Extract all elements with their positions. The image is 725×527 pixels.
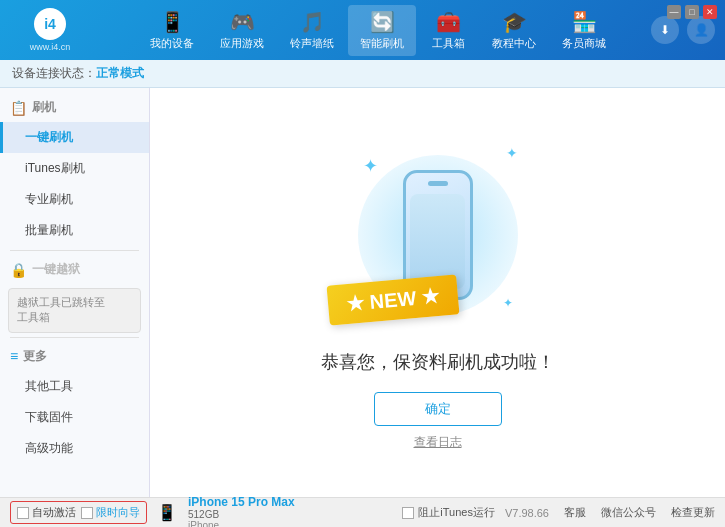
- more-section-icon: ≡: [10, 348, 18, 364]
- sidebar-item-itunes[interactable]: iTunes刷机: [0, 153, 149, 184]
- ringtone-nav-icon: 🎵: [300, 10, 325, 34]
- my-device-nav-label: 我的设备: [150, 36, 194, 51]
- sidebar-item-one-click[interactable]: 一键刷机: [0, 122, 149, 153]
- smart-flash-nav-icon: 🔄: [370, 10, 395, 34]
- device-type: iPhone: [188, 520, 295, 528]
- device-storage: 512GB: [188, 509, 295, 520]
- device-icon: 📱: [157, 503, 177, 522]
- confirm-button[interactable]: 确定: [374, 392, 502, 426]
- sparkle-bottom-right: ✦: [503, 296, 513, 310]
- nav-item-apps[interactable]: 🎮应用游戏: [208, 5, 276, 56]
- version-text: V7.98.66: [505, 507, 549, 519]
- flash-section-label: 刷机: [32, 99, 56, 116]
- nav-item-store[interactable]: 🏪务员商城: [550, 5, 618, 56]
- tutorial-nav-icon: 🎓: [502, 10, 527, 34]
- content-area: ✦ ✦ ✦ ★ NEW ★ 恭喜您，保资料刷机成功啦！ 确定 查看日志: [150, 88, 725, 497]
- time-guide-checkbox[interactable]: [81, 507, 93, 519]
- time-guide-label[interactable]: 限时向导: [81, 505, 140, 520]
- close-button[interactable]: ✕: [703, 5, 717, 19]
- auto-activate-checkbox[interactable]: [17, 507, 29, 519]
- my-device-nav-icon: 📱: [160, 10, 185, 34]
- success-message: 恭喜您，保资料刷机成功啦！: [321, 350, 555, 374]
- check-update-link[interactable]: 检查更新: [671, 505, 715, 520]
- itunes-bar: 阻止iTunes运行: [402, 505, 495, 520]
- apps-nav-label: 应用游戏: [220, 36, 264, 51]
- sidebar: 📋 刷机 一键刷机 iTunes刷机 专业刷机 批量刷机 🔒 一键越狱 越狱工具…: [0, 88, 150, 497]
- nav-item-toolbox[interactable]: 🧰工具箱: [418, 5, 478, 56]
- status-mode: 正常模式: [96, 65, 144, 82]
- sidebar-section-more: ≡ 更多: [0, 342, 149, 371]
- logo-letter: i4: [44, 16, 56, 32]
- divider-1: [10, 250, 139, 251]
- nav-item-ringtone[interactable]: 🎵铃声墙纸: [278, 5, 346, 56]
- toolbox-nav-icon: 🧰: [436, 10, 461, 34]
- window-controls: — □ ✕: [667, 5, 717, 19]
- nav-item-tutorial[interactable]: 🎓教程中心: [480, 5, 548, 56]
- sidebar-item-batch[interactable]: 批量刷机: [0, 215, 149, 246]
- nav-item-smart-flash[interactable]: 🔄智能刷机: [348, 5, 416, 56]
- jailbreak-section-icon: 🔒: [10, 262, 27, 278]
- itunes-label: 阻止iTunes运行: [418, 505, 495, 520]
- logo: i4 www.i4.cn: [10, 8, 90, 52]
- jailbreak-redirect-note: 越狱工具已跳转至工具箱: [8, 288, 141, 333]
- time-guide-text: 限时向导: [96, 505, 140, 520]
- apps-nav-icon: 🎮: [230, 10, 255, 34]
- sparkle-top-right: ✦: [506, 145, 518, 161]
- download-button[interactable]: ⬇: [651, 16, 679, 44]
- toolbox-nav-label: 工具箱: [432, 36, 465, 51]
- auto-activate-label[interactable]: 自动激活: [17, 505, 76, 520]
- auto-activate-text: 自动激活: [32, 505, 76, 520]
- wechat-link[interactable]: 微信公众号: [601, 505, 656, 520]
- sidebar-item-pro[interactable]: 专业刷机: [0, 184, 149, 215]
- checkbox-group: 自动激活 限时向导: [10, 501, 147, 524]
- store-nav-label: 务员商城: [562, 36, 606, 51]
- sidebar-item-download-fw[interactable]: 下载固件: [0, 402, 149, 433]
- sidebar-section-jailbreak: 🔒 一键越狱: [0, 255, 149, 284]
- bottom-bar: 自动激活 限时向导 📱 iPhone 15 Pro Max 512GB iPho…: [0, 497, 725, 527]
- minimize-button[interactable]: —: [667, 5, 681, 19]
- store-nav-icon: 🏪: [572, 10, 597, 34]
- logo-icon: i4: [34, 8, 66, 40]
- smart-flash-nav-label: 智能刷机: [360, 36, 404, 51]
- top-nav-bar: i4 www.i4.cn 📱我的设备🎮应用游戏🎵铃声墙纸🔄智能刷机🧰工具箱🎓教程…: [0, 0, 725, 60]
- main-layout: 📋 刷机 一键刷机 iTunes刷机 专业刷机 批量刷机 🔒 一键越狱 越狱工具…: [0, 88, 725, 497]
- status-label: 设备连接状态：: [12, 65, 96, 82]
- tutorial-nav-label: 教程中心: [492, 36, 536, 51]
- sparkle-top-left: ✦: [363, 155, 378, 177]
- phone-notch: [428, 181, 448, 186]
- view-log-link[interactable]: 查看日志: [414, 434, 462, 451]
- nav-items: 📱我的设备🎮应用游戏🎵铃声墙纸🔄智能刷机🧰工具箱🎓教程中心🏪务员商城: [105, 5, 651, 56]
- device-section: iPhone 15 Pro Max 512GB iPhone: [183, 495, 295, 528]
- logo-url: www.i4.cn: [30, 42, 71, 52]
- bottom-right: V7.98.66 客服 微信公众号 检查更新: [505, 505, 715, 520]
- new-banner: ★ NEW ★: [326, 274, 459, 325]
- more-section-label: 更多: [23, 348, 47, 365]
- status-bar: 设备连接状态： 正常模式: [0, 60, 725, 88]
- top-right-actions: ⬇ 👤: [651, 16, 715, 44]
- phone-illustration: ✦ ✦ ✦ ★ NEW ★: [338, 135, 538, 335]
- sidebar-item-other-tools[interactable]: 其他工具: [0, 371, 149, 402]
- itunes-checkbox[interactable]: [402, 507, 414, 519]
- maximize-button[interactable]: □: [685, 5, 699, 19]
- ringtone-nav-label: 铃声墙纸: [290, 36, 334, 51]
- customer-service-link[interactable]: 客服: [564, 505, 586, 520]
- user-button[interactable]: 👤: [687, 16, 715, 44]
- phone-screen: [410, 194, 465, 289]
- nav-item-my-device[interactable]: 📱我的设备: [138, 5, 206, 56]
- jailbreak-section-label: 一键越狱: [32, 261, 80, 278]
- sidebar-section-flash: 📋 刷机: [0, 93, 149, 122]
- flash-section-icon: 📋: [10, 100, 27, 116]
- bottom-left: 自动激活 限时向导 📱 iPhone 15 Pro Max 512GB iPho…: [10, 495, 392, 528]
- divider-2: [10, 337, 139, 338]
- sidebar-item-advanced[interactable]: 高级功能: [0, 433, 149, 464]
